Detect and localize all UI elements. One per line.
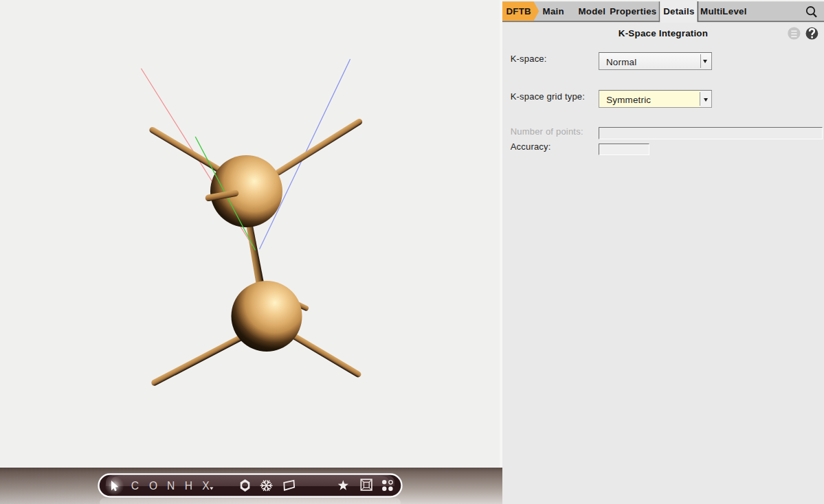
svg-text:Main: Main: [543, 6, 564, 16]
svg-text:Model: Model: [579, 6, 606, 16]
svg-text:N: N: [167, 480, 175, 492]
svg-text:H: H: [185, 480, 192, 492]
svg-text:O: O: [149, 480, 157, 492]
svg-text:Details: Details: [663, 6, 694, 16]
svg-text:C: C: [131, 480, 139, 492]
svg-text:MultiLevel: MultiLevel: [700, 6, 747, 16]
svg-text:DFTB: DFTB: [506, 6, 531, 16]
svg-text:Properties: Properties: [610, 6, 656, 16]
svg-text:X: X: [202, 480, 210, 492]
